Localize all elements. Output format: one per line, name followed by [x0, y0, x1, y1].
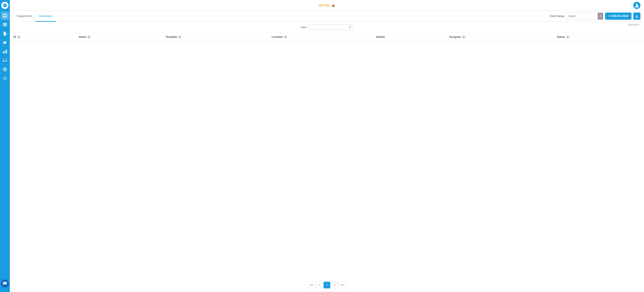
records-count: Records: 0 — [628, 23, 640, 26]
date-range-label: Date Range — [550, 15, 564, 18]
svg-point-17 — [4, 78, 6, 79]
sort-location-icon: ▼ — [284, 35, 287, 39]
col-details: Details — [372, 33, 446, 41]
pagination-next[interactable]: > — [331, 282, 338, 288]
sort-template-button[interactable]: Template ▼ — [166, 35, 182, 39]
date-range-clear-button[interactable]: ✕ — [598, 13, 603, 20]
pagination-first[interactable]: << — [308, 282, 315, 288]
col-id: ID ▼ — [10, 33, 75, 41]
col-status: Status ▼ — [553, 33, 644, 41]
svg-rect-1 — [3, 14, 4, 15]
svg-rect-6 — [3, 24, 7, 25]
pagination-prev[interactable]: < — [316, 282, 323, 288]
sidebar-icon-settings[interactable] — [1, 74, 9, 82]
svg-rect-7 — [3, 26, 7, 26]
svg-rect-2 — [5, 14, 7, 15]
user-filter-label: User — [300, 26, 306, 29]
svg-rect-11 — [4, 51, 5, 53]
sidebar-icon-target[interactable] — [1, 65, 9, 73]
svg-point-16 — [4, 69, 5, 70]
sort-assignee-icon: ▼ — [462, 35, 466, 39]
user-filter-select[interactable] — [308, 24, 353, 30]
tab-inspections[interactable]: Inspections — [14, 11, 35, 22]
sort-name-button[interactable]: Name ▼ — [79, 35, 91, 39]
content-area: User ID ▼ — [10, 22, 644, 292]
svg-point-18 — [636, 4, 638, 6]
col-name: Name ▼ — [75, 33, 162, 41]
svg-rect-5 — [3, 23, 7, 24]
brand-name: HOTEL 🏨 — [319, 4, 335, 7]
main-content: HOTEL 🏨 Inspections Schedules Date Range — [10, 0, 644, 292]
svg-rect-10 — [3, 52, 4, 53]
svg-rect-20 — [4, 283, 5, 284]
svg-rect-4 — [5, 16, 7, 18]
svg-rect-19 — [4, 283, 6, 283]
sort-location-button[interactable]: Location ▼ — [272, 35, 287, 39]
tab-schedules[interactable]: Schedules — [35, 11, 56, 22]
download-button[interactable] — [633, 13, 640, 20]
sidebar-icon-megaphone[interactable] — [1, 39, 9, 47]
sort-status-button[interactable]: Status ▼ — [557, 35, 570, 39]
sidebar-icon-grid[interactable] — [1, 12, 9, 20]
svg-rect-3 — [3, 16, 4, 18]
svg-rect-12 — [6, 50, 7, 53]
sort-name-icon: ▼ — [87, 35, 90, 39]
sort-template-icon: ▼ — [178, 35, 182, 39]
svg-rect-9 — [3, 43, 4, 44]
sidebar-icon-inbox[interactable] — [1, 56, 9, 65]
filter-row: User — [10, 22, 644, 33]
sidebar-icon-list[interactable] — [1, 21, 9, 29]
col-assignee: Assignee ▼ — [446, 33, 553, 41]
sidebar — [0, 0, 10, 292]
sort-status-icon: ▼ — [566, 35, 570, 39]
toolbar: Date Range ✕ + CREATE NEW — [550, 13, 640, 20]
schedules-table: ID ▼ Name ▼ Template — [10, 33, 644, 41]
chat-bubble-button[interactable] — [1, 279, 9, 287]
sort-id-icon: ▼ — [17, 35, 20, 39]
table-header: ID ▼ Name ▼ Template — [10, 33, 644, 41]
topbar: HOTEL 🏨 — [10, 0, 644, 11]
create-new-button[interactable]: + CREATE NEW — [605, 13, 632, 20]
pagination-last[interactable]: >> — [339, 282, 346, 288]
nav-tabs: Inspections Schedules — [10, 11, 644, 22]
date-range-picker[interactable]: ✕ — [566, 13, 603, 20]
sidebar-icon-doc[interactable] — [1, 30, 9, 38]
user-avatar[interactable] — [633, 2, 640, 9]
col-location: Location ▼ — [268, 33, 372, 41]
user-filter: User — [300, 24, 353, 30]
pagination-current[interactable]: 1 — [324, 282, 330, 288]
sidebar-icon-chart[interactable] — [1, 48, 9, 56]
svg-rect-13 — [3, 59, 7, 61]
sort-id-button[interactable]: ID ▼ — [14, 35, 20, 39]
sort-assignee-button[interactable]: Assignee ▼ — [449, 35, 465, 39]
table-container: ID ▼ Name ▼ Template — [10, 33, 644, 278]
date-range-input[interactable] — [566, 15, 598, 18]
table-header-row: ID ▼ Name ▼ Template — [10, 33, 644, 41]
pagination: << < 1 > >> — [10, 278, 644, 292]
nav-area: Inspections Schedules Date Range ✕ + CRE… — [10, 11, 644, 22]
app-logo[interactable] — [1, 2, 8, 9]
col-template: Template ▼ — [162, 33, 268, 41]
